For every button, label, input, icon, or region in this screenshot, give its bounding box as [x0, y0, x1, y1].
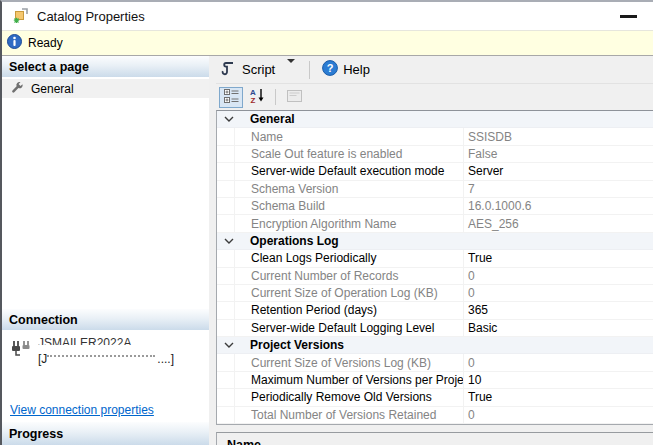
category-label: Project Versions [250, 338, 344, 352]
property-label: Clean Logs Periodically [235, 250, 464, 266]
status-text: Ready [28, 36, 63, 50]
property-row[interactable]: Scale Out feature is enabled False [217, 146, 653, 163]
property-value: 0 [464, 407, 653, 423]
property-label: Server-wide Default Logging Level [235, 320, 464, 336]
svg-text:?: ? [327, 62, 334, 74]
property-label: Name [235, 128, 464, 144]
property-description-panel: Name [216, 432, 653, 445]
property-grid-toolbar: A Z [216, 84, 653, 110]
property-value[interactable]: True [464, 250, 653, 266]
info-icon [7, 34, 22, 52]
row-gutter [217, 128, 235, 144]
category-row-project-versions[interactable]: Project Versions [217, 337, 653, 354]
property-value[interactable]: Basic [464, 320, 653, 336]
row-gutter [217, 354, 235, 370]
property-row[interactable]: Schema Version 7 [217, 181, 653, 198]
script-scroll-icon [221, 60, 237, 79]
connection-server-detail: [J ....] [38, 352, 198, 366]
chevron-down-icon [224, 238, 234, 244]
category-row-operations-log[interactable]: Operations Log [217, 233, 653, 250]
property-label: Encryption Algorithm Name [235, 215, 464, 231]
chevron-down-icon [287, 59, 295, 77]
row-gutter [217, 215, 235, 231]
property-label: Current Size of Operation Log (KB) [235, 285, 464, 301]
property-value: 0 [464, 268, 653, 284]
property-row[interactable]: Maximum Number of Versions per Project 1… [217, 372, 653, 389]
property-row[interactable]: Total Number of Versions Retained 0 [217, 407, 653, 424]
property-label: Current Size of Versions Log (KB) [235, 354, 464, 370]
property-row[interactable]: Current Size of Versions Log (KB) 0 [217, 354, 653, 371]
property-label: Current Number of Records [235, 268, 464, 284]
property-value: 16.0.1000.6 [464, 198, 653, 214]
sort-a-z-icon: A Z [249, 88, 265, 106]
progress-header: Progress [2, 422, 209, 445]
row-gutter [217, 285, 235, 301]
sidebar-item-general[interactable]: General [2, 79, 209, 98]
script-button[interactable]: Script [218, 58, 278, 81]
category-label: Operations Log [250, 234, 339, 248]
wrench-icon [11, 81, 24, 97]
connection-detail-prefix: [J [38, 352, 47, 366]
row-gutter [217, 389, 235, 405]
script-toolbar: Script ? Help [216, 56, 653, 84]
row-gutter [217, 198, 235, 214]
property-row[interactable]: Retention Period (days) 365 [217, 302, 653, 319]
property-label: Schema Build [235, 198, 464, 214]
help-question-icon: ? [322, 60, 338, 79]
property-row[interactable]: Server-wide Default execution mode Serve… [217, 163, 653, 180]
category-row-general[interactable]: General [217, 111, 653, 128]
property-row[interactable]: Current Number of Records 0 [217, 268, 653, 285]
row-gutter [217, 146, 235, 162]
window-title: Catalog Properties [37, 9, 145, 24]
property-row[interactable]: Clean Logs Periodically True [217, 250, 653, 267]
toolbar-separator [275, 89, 276, 105]
property-row[interactable]: Periodically Remove Old Versions True [217, 389, 653, 406]
property-label: Retention Period (days) [235, 302, 464, 318]
property-label: Schema Version [235, 181, 464, 197]
help-button[interactable]: ? Help [319, 58, 373, 81]
minimize-icon[interactable] [620, 15, 637, 18]
connection-server-name: JSMAILER2022A [38, 337, 198, 345]
catalog-properties-dialog: Catalog Properties Ready Select a page [0, 0, 653, 445]
property-value[interactable]: 365 [464, 302, 653, 318]
property-value[interactable]: 10 [464, 372, 653, 388]
connection-header: Connection [2, 309, 209, 330]
property-label: Total Number of Versions Retained [235, 407, 464, 423]
property-row[interactable]: Schema Build 16.0.1000.6 [217, 198, 653, 215]
script-dropdown-button[interactable] [282, 61, 300, 79]
row-gutter [217, 181, 235, 197]
property-row[interactable]: Encryption Algorithm Name AES_256 [217, 215, 653, 232]
alphabetical-view-button[interactable]: A Z [245, 87, 269, 108]
property-value: AES_256 [464, 215, 653, 231]
description-title: Name [227, 438, 261, 445]
property-value[interactable]: True [464, 389, 653, 405]
chevron-down-icon [224, 116, 234, 122]
property-row[interactable]: Current Size of Operation Log (KB) 0 [217, 285, 653, 302]
property-label: Scale Out feature is enabled [235, 146, 464, 162]
view-connection-properties-link[interactable]: View connection properties [10, 403, 154, 417]
property-label: Server-wide Default execution mode [235, 163, 464, 179]
property-row[interactable]: Server-wide Default Logging Level Basic [217, 320, 653, 337]
row-gutter [217, 320, 235, 336]
help-button-label: Help [343, 62, 370, 77]
select-a-page-header: Select a page [2, 56, 209, 77]
svg-text:Z: Z [251, 96, 256, 103]
property-pages-button [282, 87, 306, 108]
left-panel: Select a page General Connection [2, 56, 209, 445]
property-row[interactable]: Name SSISDB [217, 128, 653, 145]
toolbar-separator [309, 61, 310, 79]
categorized-icon [224, 89, 239, 106]
property-label: Periodically Remove Old Versions [235, 389, 464, 405]
page-list: General [2, 77, 209, 309]
sidebar-item-label: General [31, 82, 74, 96]
main-area: Script ? Help [209, 56, 653, 445]
category-label: General [250, 112, 295, 126]
row-gutter [217, 407, 235, 423]
property-value: 0 [464, 285, 653, 301]
property-value[interactable]: Server [464, 163, 653, 179]
plug-icon [10, 340, 32, 361]
property-pages-icon [287, 90, 302, 105]
script-button-label: Script [242, 62, 275, 77]
property-grid: General Name SSISDB Scale Out feature is… [216, 110, 653, 425]
categorized-view-button[interactable] [219, 87, 243, 108]
